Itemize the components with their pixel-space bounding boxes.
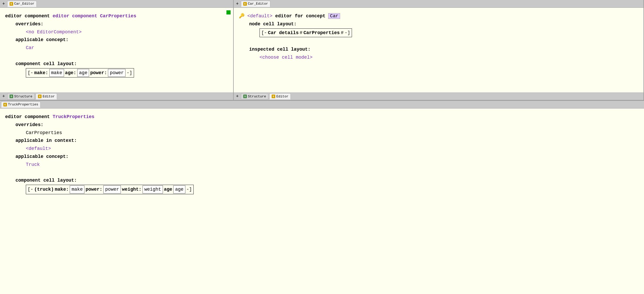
truck-power-kw: power:	[85, 186, 102, 193]
editor-kw: editor component	[5, 13, 53, 19]
cell-power-kw: power:	[90, 69, 107, 77]
truck-applicable-in-context-line: applicable in context:	[5, 137, 639, 144]
car-properties-ref: CarProperties	[303, 29, 340, 37]
top-left-editor-content: editor component editor component CarPro…	[0, 8, 233, 92]
node-cell-layout-kw: node cell layout:	[249, 21, 297, 27]
editor-for-concept-kw: editor for concept	[275, 13, 328, 19]
top-left-add-tab-button[interactable]: +	[1, 1, 6, 6]
bottom-tab-bar-top: E TruckProperties	[0, 101, 644, 109]
truck-applicable-concept-kw: applicable concept:	[15, 154, 68, 159]
green-indicator	[226, 10, 231, 14]
car-properties-name: editor component CarProperties	[53, 13, 136, 19]
default-kw: <default>	[247, 13, 272, 19]
top-right-editor-e-icon: E	[272, 95, 275, 98]
cell-make-kw: make:	[34, 69, 48, 77]
inspected-cell-layout-kw: inspected cell layout:	[249, 47, 311, 52]
top-right-car-editor-tab[interactable]: E Car_Editor	[241, 1, 270, 7]
truck-overrides-line: overrides:	[5, 121, 639, 129]
top-left-bottom-tab-bar: + S Structure E Editor	[0, 92, 233, 100]
cell-power-box: power	[108, 69, 125, 77]
truck-cell-bracket-open: [-	[28, 186, 33, 193]
top-right-add-tab-button[interactable]: +	[235, 1, 240, 6]
component-cell-layout-kw: component cell layout:	[15, 61, 77, 66]
truck-overrides-value: CarProperties	[26, 130, 62, 135]
top-left-structure-tab[interactable]: S Structure	[7, 93, 35, 99]
bottom-truck-properties-tab[interactable]: E TruckProperties	[1, 102, 41, 108]
truck-age-kw: age	[164, 186, 172, 193]
top-right-structure-s-icon: S	[243, 95, 247, 98]
truck-editor-kw: editor component	[5, 114, 53, 119]
overrides-value-line: <no EditorComponent>	[5, 28, 228, 36]
default-icon: 🔑	[239, 13, 245, 19]
overrides-kw: overrides:	[15, 21, 43, 27]
inspected-cell-layout-line: inspected cell layout:	[239, 46, 638, 53]
editor-component-title-line: editor component editor component CarPro…	[5, 12, 228, 20]
top-left-editor-tab[interactable]: E Editor	[36, 93, 57, 99]
overrides-value: <no EditorComponent>	[26, 29, 82, 35]
truck-age-box: age	[173, 185, 185, 194]
truck-weight-kw: weight:	[122, 186, 142, 193]
top-right-structure-label: Structure	[248, 95, 266, 98]
top-right-editor-label: Editor	[276, 95, 288, 98]
editor-e-icon: E	[38, 95, 42, 98]
bottom-editor-content: editor component TruckProperties overrid…	[0, 109, 644, 294]
applicable-concept-value-line: Car	[5, 44, 228, 52]
top-right-bottom-tab-bar: + S Structure E Editor	[234, 92, 643, 100]
cell-bracket-close: -]	[127, 69, 132, 77]
applicable-concept-line: applicable concept:	[5, 36, 228, 44]
top-left-panel: + E Car_Editor editor component editor c…	[0, 0, 234, 100]
top-right-structure-tab[interactable]: S Structure	[241, 93, 268, 99]
truck-power-box: power	[103, 185, 121, 194]
component-cell-layout-line: component cell layout:	[5, 60, 228, 68]
truck-overrides-value-line: CarProperties	[5, 129, 639, 137]
top-right-editor-content: 🔑 <default> editor for concept Car node …	[234, 8, 643, 92]
top-right-tab-bar: + E Car_Editor	[234, 0, 643, 8]
node-cell-layout-row: [- Car details # CarProperties # -]	[239, 28, 638, 37]
truck-cell-bracket-close: -]	[186, 186, 192, 193]
cell-age-box: age	[77, 69, 89, 77]
node-cell-bracket-close: -]	[345, 29, 350, 37]
truck-make-box: make	[70, 185, 84, 194]
truck-overrides-kw: overrides:	[15, 122, 43, 127]
car-details-label: Car details	[268, 29, 299, 37]
truck-editor-title-line: editor component TruckProperties	[5, 113, 639, 121]
truck-applicable-in-context-value: <default>	[26, 146, 51, 151]
truck-weight-box: weight	[143, 185, 163, 194]
bottom-panel: E TruckProperties editor component Truck…	[0, 101, 644, 294]
truck-applicable-in-context-kw: applicable in context:	[15, 138, 77, 143]
truck-label: (truck)	[34, 186, 54, 193]
truck-applicable-concept-line: applicable concept:	[5, 153, 639, 160]
truck-applicable-concept-value-line: Truck	[5, 161, 639, 168]
top-left-bottom-add-btn[interactable]: +	[1, 94, 6, 99]
tab-e-icon: E	[10, 2, 13, 6]
top-left-car-editor-tab[interactable]: E Car_Editor	[7, 1, 37, 7]
default-editor-title-line: 🔑 <default> editor for concept Car	[239, 12, 638, 20]
overrides-line: overrides:	[5, 20, 228, 28]
top-right-panel: + E Car_Editor 🔑 <default> editor for co…	[234, 0, 644, 100]
editor-tab-label: Editor	[43, 95, 55, 98]
top-right-tab-label: Car_Editor	[248, 2, 268, 6]
car-concept-highlight: Car	[328, 13, 340, 19]
applicable-concept-value: Car	[26, 45, 34, 50]
hash1: #	[300, 29, 302, 37]
truck-component-cell-layout-kw: component cell layout:	[15, 178, 77, 183]
bottom-tab-label: TruckProperties	[8, 103, 38, 106]
top-left-tab-label: Car_Editor	[14, 2, 34, 6]
structure-s-icon: S	[10, 95, 13, 98]
bottom-tab-e-icon: E	[3, 103, 7, 106]
cell-age-kw: age:	[65, 69, 76, 77]
cell-bracket-open: [-	[28, 69, 33, 77]
truck-properties-name: TruckProperties	[53, 114, 95, 119]
inspected-cell-value-line: <choose cell model>	[239, 54, 638, 61]
top-right-bottom-add-btn[interactable]: +	[235, 94, 240, 99]
structure-tab-label: Structure	[14, 95, 32, 98]
top-right-tab-e-icon: E	[243, 2, 247, 6]
top-left-tab-bar: + E Car_Editor	[0, 0, 233, 8]
hash2: #	[341, 29, 344, 37]
truck-applicable-concept-value: Truck	[26, 162, 40, 167]
cell-make-box: make	[49, 69, 64, 77]
truck-cell-layout-row: [- (truck) make: make power: power weigh…	[5, 185, 639, 194]
top-right-editor-tab[interactable]: E Editor	[269, 93, 291, 99]
truck-applicable-in-context-value-line: <default>	[5, 145, 639, 152]
inspected-cell-value: <choose cell model>	[260, 55, 312, 60]
